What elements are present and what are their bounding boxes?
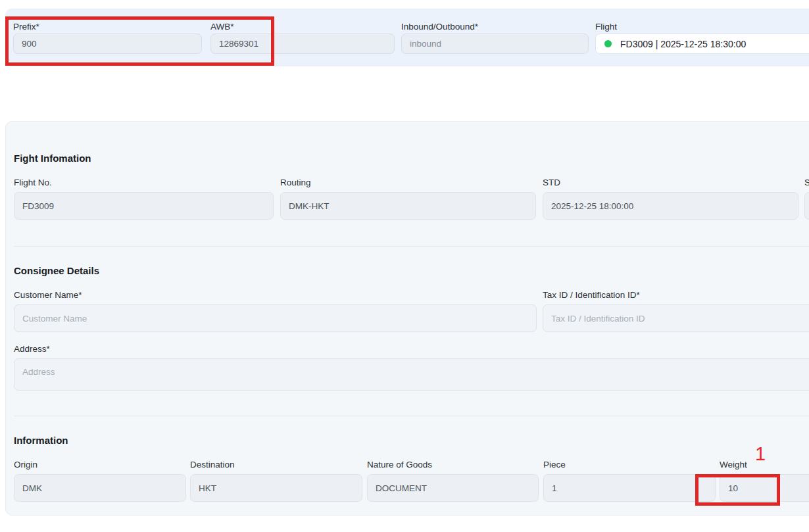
weight-label: Weight <box>720 460 747 470</box>
flight-no-input[interactable] <box>14 192 274 220</box>
inbound-outbound-input[interactable] <box>401 34 589 54</box>
std-input[interactable] <box>543 192 798 220</box>
piece-input[interactable] <box>543 474 716 502</box>
origin-input[interactable] <box>14 474 186 502</box>
consignee-details-title: Consignee Details <box>14 265 99 276</box>
flight-label: Flight <box>595 22 617 32</box>
std-label: STD <box>543 178 560 187</box>
weight-input[interactable] <box>720 474 809 502</box>
awb-detail-card: Fight Infomation Flight No. Routing STD … <box>5 121 809 516</box>
awb-form-page: Prefix* AWB* Inbound/Outbound* Flight FD… <box>0 0 809 532</box>
nature-of-goods-input[interactable] <box>367 474 539 502</box>
flight-select[interactable]: FD3009 | 2025-12-25 18:30:00 <box>595 34 809 54</box>
flight-information-title: Fight Infomation <box>14 153 91 164</box>
tax-id-input[interactable] <box>543 304 809 332</box>
sta-label: S <box>804 178 809 187</box>
sta-input[interactable] <box>804 192 809 220</box>
flight-status-dot-icon <box>604 40 612 47</box>
awb-label: AWB* <box>210 22 234 32</box>
origin-label: Origin <box>14 460 37 470</box>
piece-label: Piece <box>543 460 566 470</box>
awb-banner: Prefix* AWB* Inbound/Outbound* Flight FD… <box>5 9 809 66</box>
routing-label: Routing <box>280 178 311 187</box>
routing-input[interactable] <box>280 192 536 220</box>
awb-input[interactable] <box>210 34 395 54</box>
prefix-input[interactable] <box>13 34 202 54</box>
tax-id-label: Tax ID / Identification ID* <box>543 290 640 300</box>
nature-of-goods-label: Nature of Goods <box>367 460 432 470</box>
inbound-outbound-label: Inbound/Outbound* <box>401 22 478 32</box>
address-label: Address* <box>14 344 50 354</box>
flight-select-value: FD3009 | 2025-12-25 18:30:00 <box>620 39 746 49</box>
destination-label: Destination <box>190 460 235 470</box>
section-divider <box>14 246 809 247</box>
destination-input[interactable] <box>190 474 362 502</box>
information-title: Information <box>14 435 68 446</box>
customer-name-label: Customer Name* <box>14 290 82 300</box>
prefix-label: Prefix* <box>13 22 39 32</box>
customer-name-input[interactable] <box>14 304 537 332</box>
flight-no-label: Flight No. <box>14 178 52 187</box>
address-textarea[interactable] <box>14 358 809 391</box>
section-divider <box>14 416 809 416</box>
